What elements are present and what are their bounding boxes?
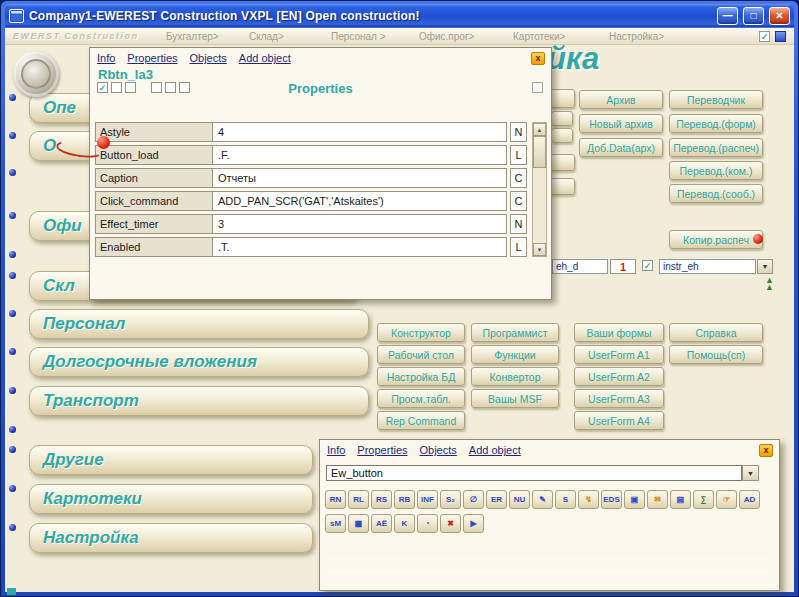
translator-button[interactable]: Переводчик xyxy=(669,90,763,109)
minimize-button[interactable]: — xyxy=(717,7,738,25)
panel-tab[interactable]: Properties xyxy=(127,52,177,64)
property-row[interactable]: Astyle 4 N xyxy=(95,122,527,142)
eh-d-field[interactable] xyxy=(552,259,608,274)
scroll-up-button[interactable]: ▲ xyxy=(533,123,546,136)
panel-tab[interactable]: Objects xyxy=(190,52,227,64)
toolbar-button[interactable]: ↯ xyxy=(578,490,599,509)
toolbar-button[interactable]: ▣ xyxy=(624,490,645,509)
toolbar-button[interactable]: RS xyxy=(371,490,392,509)
obscured-button[interactable] xyxy=(549,178,575,195)
panel-tab[interactable]: Add object xyxy=(469,444,521,456)
property-value[interactable]: 3 xyxy=(213,214,507,234)
userform-a2-button[interactable]: UserForm A2 xyxy=(574,367,664,386)
userform-a3-button[interactable]: UserForm A3 xyxy=(574,389,664,408)
toolbar-button[interactable]: sM xyxy=(325,514,346,533)
property-row[interactable]: Enabled .T. L xyxy=(95,237,527,257)
scrollbar-thumb[interactable] xyxy=(533,136,546,168)
rep-command-button[interactable]: Rep Command xyxy=(377,411,465,430)
field-checkbox[interactable]: ✓ xyxy=(642,260,653,271)
field-dropdown-button[interactable]: ▼ xyxy=(757,259,773,274)
filter-checkbox[interactable] xyxy=(111,82,122,93)
toolbar-button[interactable]: RN xyxy=(325,490,346,509)
obscured-button[interactable] xyxy=(551,128,573,143)
property-value[interactable]: .T. xyxy=(213,237,507,257)
counter-value[interactable]: 1 xyxy=(610,259,636,274)
obscured-button[interactable] xyxy=(551,111,573,126)
property-row[interactable]: Caption Отчеты C xyxy=(95,168,527,188)
property-row[interactable]: Click_command ADD_PAN_SCR('GAT','Atskait… xyxy=(95,191,527,211)
desktop-button[interactable]: Рабочий стол xyxy=(377,345,465,364)
panel-tab[interactable]: Properties xyxy=(357,444,407,456)
toolbar-button[interactable]: ☞ xyxy=(716,490,737,509)
translate-print-button[interactable]: Перевод.(распеч) xyxy=(669,138,763,157)
panel-tab[interactable]: Info xyxy=(327,444,345,456)
toolbar-button[interactable]: ✖ xyxy=(440,514,461,533)
panel-close-button[interactable]: x xyxy=(759,444,773,457)
toolbar-button[interactable]: RB xyxy=(394,490,415,509)
obscured-button[interactable] xyxy=(549,89,575,108)
your-forms-button[interactable]: Ваши формы xyxy=(574,323,664,342)
toolbar-button[interactable]: ▶ xyxy=(463,514,484,533)
archive-button[interactable]: Архив xyxy=(579,90,663,109)
panel-tab[interactable]: Add object xyxy=(239,52,291,64)
instr-eh-field[interactable] xyxy=(659,259,756,274)
toolbar-button[interactable]: ▦ xyxy=(348,514,369,533)
panel-close-button[interactable]: x xyxy=(531,52,545,65)
functions-button[interactable]: Функции xyxy=(471,345,559,364)
double-up-arrow-icon[interactable]: ▲ ▲ xyxy=(765,277,774,291)
menu-item-buhgalter[interactable]: Бухгалтер> xyxy=(166,31,219,42)
new-archive-button[interactable]: Новый архив xyxy=(579,114,663,133)
filter-checkbox-checked[interactable]: ✓ xyxy=(97,82,108,93)
translate-commands-button[interactable]: Перевод.(ком.) xyxy=(669,161,763,180)
programmer-button[interactable]: Программист xyxy=(471,323,559,342)
close-button[interactable]: ✕ xyxy=(769,7,790,25)
your-msf-button[interactable]: Вашы MSF xyxy=(471,389,559,408)
sidebar-item-other[interactable]: Другие xyxy=(29,445,313,475)
properties-scrollbar[interactable]: ▲ ▼ xyxy=(532,122,547,257)
property-row[interactable]: Effect_timer 3 N xyxy=(95,214,527,234)
property-value[interactable]: 4 xyxy=(213,122,507,142)
toolbar-button[interactable]: ✉ xyxy=(647,490,668,509)
toolbar-button[interactable]: S₂ xyxy=(440,490,461,509)
property-value[interactable]: Отчеты xyxy=(213,168,507,188)
toolbar-button[interactable]: ER xyxy=(486,490,507,509)
toolbar-button[interactable]: RL xyxy=(348,490,369,509)
panel-tab[interactable]: Objects xyxy=(420,444,457,456)
toolbar-button[interactable]: AË xyxy=(371,514,392,533)
sidebar-item-transport[interactable]: Транспорт xyxy=(29,386,369,416)
toolbar-button[interactable]: ◔ xyxy=(417,514,438,533)
translate-messages-button[interactable]: Перевод.(сооб.) xyxy=(669,184,763,203)
sidebar-item-nastroyka[interactable]: Настройка xyxy=(29,523,313,553)
view-tables-button[interactable]: Просм.табл. xyxy=(377,389,465,408)
copy-print-button[interactable]: Копир.распеч xyxy=(669,230,763,249)
help-button[interactable]: Справка xyxy=(669,323,763,342)
toolbar-button[interactable]: EDS xyxy=(601,490,622,509)
maximize-button[interactable]: □ xyxy=(743,7,764,25)
filter-checkbox[interactable] xyxy=(165,82,176,93)
sidebar-item-kartoteki[interactable]: Картотеки xyxy=(29,484,313,514)
menubar-checkbox[interactable]: ✓ xyxy=(759,31,770,42)
panel-tab[interactable]: Info xyxy=(97,52,115,64)
toolbar-button[interactable]: ∑ xyxy=(693,490,714,509)
toolbar-button[interactable]: ✎ xyxy=(532,490,553,509)
toolbar-button[interactable]: ∅ xyxy=(463,490,484,509)
obscured-button[interactable] xyxy=(549,154,575,171)
help-sp-button[interactable]: Помощь(сп) xyxy=(669,345,763,364)
db-settings-button[interactable]: Настройка БД xyxy=(377,367,465,386)
menu-item-office-prog[interactable]: Офис.прог> xyxy=(419,31,474,42)
object-combo-input[interactable] xyxy=(326,465,742,481)
toolbar-button[interactable]: AD xyxy=(739,490,760,509)
userform-a1-button[interactable]: UserForm A1 xyxy=(574,345,664,364)
property-value[interactable]: .F. xyxy=(213,145,507,165)
toolbar-button[interactable]: S xyxy=(555,490,576,509)
sidebar-item-personal[interactable]: Персонал xyxy=(29,309,369,339)
userform-a4-button[interactable]: UserForm A4 xyxy=(574,411,664,430)
menu-item-nastroyka[interactable]: Настройка> xyxy=(609,31,664,42)
toolbar-button[interactable]: INF xyxy=(417,490,438,509)
toolbar-button[interactable]: NU xyxy=(509,490,530,509)
toolbar-button[interactable]: K xyxy=(394,514,415,533)
add-data-arch-button[interactable]: Доб.Data(арх) xyxy=(579,138,663,157)
translate-forms-button[interactable]: Перевод.(форм) xyxy=(669,114,763,133)
scroll-down-button[interactable]: ▼ xyxy=(533,243,546,256)
menu-item-kartoteki[interactable]: Картотеки> xyxy=(513,31,565,42)
